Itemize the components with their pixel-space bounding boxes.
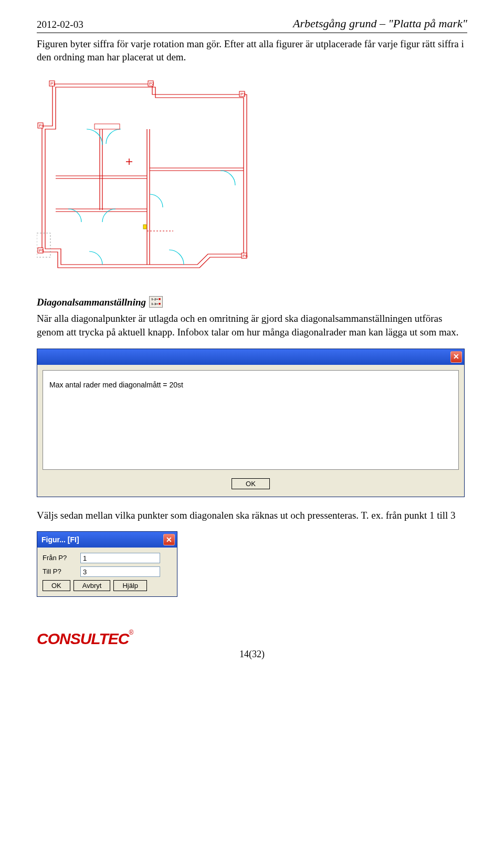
message-dialog: ✕ Max antal rader med diagonalmått = 20s… [37,349,465,497]
svg-rect-27 [37,233,50,257]
to-row: Till P? [43,566,172,577]
ok-button[interactable]: OK [232,478,270,489]
svg-rect-26 [94,124,120,129]
message-text: Max antal rader med diagonalmått = 20st [49,381,183,389]
svg-text:P4: P4 [39,123,44,128]
from-input[interactable] [80,553,160,563]
message-titlebar: ✕ [37,349,464,365]
section-text: När alla diagonalpunkter är utlagda och … [37,312,467,339]
message-body: Max antal rader med diagonalmått = 20st [43,370,459,470]
figur-titlebar: Figur... [FI] ✕ [37,532,177,548]
floorplan-svg: P1 P2 P3 P4 P5 P6 [37,73,262,278]
svg-text:P1: P1 [50,81,56,86]
ok-button[interactable]: OK [43,580,70,591]
header-title: Arbetsgång grund – "Platta på mark" [293,16,467,31]
figur-title: Figur... [FI] [41,535,79,545]
from-label: Från P? [43,553,80,563]
svg-text:P6: P6 [243,254,248,258]
figur-buttons: OK Avbryt Hjälp [43,580,172,591]
header-date: 2012-02-03 [37,18,83,31]
paragraph-3: Väljs sedan mellan vilka punkter som dia… [37,509,467,522]
svg-text:P2: P2 [149,81,154,86]
svg-text:P3: P3 [240,92,246,97]
to-input[interactable] [80,566,160,577]
intro-paragraph: Figuren byter siffra för varje rotation … [37,37,467,64]
section-title: Diagonalsammanställning [37,296,146,309]
svg-rect-25 [143,225,146,229]
page-footer: CONSULTEC® 14(32) [37,628,467,660]
message-footer: OK [37,475,464,497]
figur-form: Från P? Till P? OK Avbryt Hjälp [37,548,177,596]
page-header: 2012-02-03 Arbetsgång grund – "Platta på… [37,16,467,33]
floorplan-figure: P1 P2 P3 P4 P5 P6 [37,73,467,282]
diagonal-tool-icon: 1-2=■ 1-3=■ [149,296,163,308]
to-label: Till P? [43,567,80,576]
footer-logo: CONSULTEC® [37,628,467,650]
figur-dialog: Figur... [FI] ✕ Från P? Till P? OK Avbry… [37,531,177,597]
close-icon[interactable]: ✕ [163,534,175,545]
help-button[interactable]: Hjälp [113,580,147,591]
svg-text:P5: P5 [39,248,44,253]
section-heading-row: Diagonalsammanställning 1-2=■ 1-3=■ [37,296,467,309]
cancel-button[interactable]: Avbryt [74,580,111,591]
from-row: Från P? [43,553,172,563]
close-icon[interactable]: ✕ [450,351,462,363]
